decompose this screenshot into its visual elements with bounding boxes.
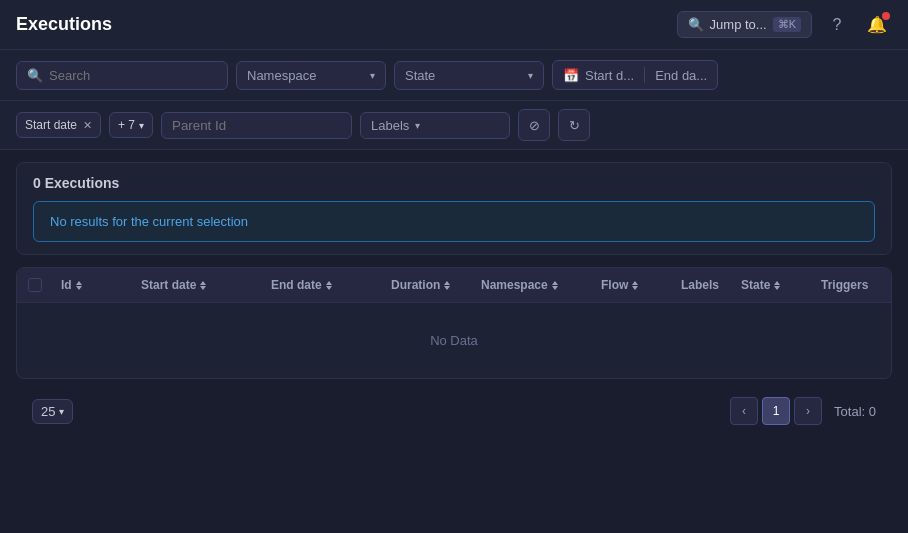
search-icon: 🔍 — [688, 17, 704, 32]
filter-row-1: 🔍 Namespace ▾ State ▾ 📅 Start d... End d… — [0, 50, 908, 101]
header: Executions 🔍 Jump to... ⌘K ? 🔔 — [0, 0, 908, 50]
next-page-button[interactable]: › — [794, 397, 822, 425]
executions-table: Id Start date End date Duration Namespac… — [16, 267, 892, 379]
date-range-filter[interactable]: 📅 Start d... End da... — [552, 60, 718, 90]
filter-row-2: Start date ✕ + 7 ▾ Labels ▾ ⊘ ↻ — [0, 101, 908, 150]
namespace-label: Namespace — [247, 68, 364, 83]
refresh-icon: ↻ — [569, 118, 580, 133]
column-header-namespace[interactable]: Namespace — [473, 268, 593, 302]
start-date-tag[interactable]: Start date ✕ — [16, 112, 101, 138]
column-header-labels: Labels — [673, 268, 733, 302]
state-label: State — [405, 68, 522, 83]
sort-icon — [552, 281, 558, 290]
prev-page-button[interactable]: ‹ — [730, 397, 758, 425]
page-controls: ‹ 1 › — [730, 397, 822, 425]
jump-to-label: Jump to... — [710, 17, 767, 32]
page-size-selector[interactable]: 25 ▾ — [32, 399, 73, 424]
column-header-triggers: Triggers — [813, 268, 892, 302]
total-count-label: Total: 0 — [834, 404, 876, 419]
search-icon: 🔍 — [27, 68, 43, 83]
filter-icon: ⊘ — [529, 118, 540, 133]
page-1-button[interactable]: 1 — [762, 397, 790, 425]
sort-icon — [444, 281, 450, 290]
select-all-checkbox-cell[interactable] — [17, 268, 53, 302]
column-header-state[interactable]: State — [733, 268, 813, 302]
chevron-down-icon: ▾ — [528, 70, 533, 81]
labels-label: Labels — [371, 118, 409, 133]
main-content: 0 Executions No results for the current … — [0, 150, 908, 443]
help-button[interactable]: ? — [822, 10, 852, 40]
chevron-down-icon: ▾ — [59, 406, 64, 417]
filter-options-button[interactable]: ⊘ — [518, 109, 550, 141]
executions-summary-panel: 0 Executions No results for the current … — [16, 162, 892, 255]
refresh-button[interactable]: ↻ — [558, 109, 590, 141]
page-size-value: 25 — [41, 404, 55, 419]
start-date-placeholder: Start d... — [585, 68, 634, 83]
jump-to-button[interactable]: 🔍 Jump to... ⌘K — [677, 11, 812, 38]
search-filter[interactable]: 🔍 — [16, 61, 228, 90]
column-header-id[interactable]: Id — [53, 268, 133, 302]
state-filter[interactable]: State ▾ — [394, 61, 544, 90]
notification-button[interactable]: 🔔 — [862, 10, 892, 40]
start-date-tag-label: Start date — [25, 118, 77, 132]
column-header-duration[interactable]: Duration — [383, 268, 473, 302]
executions-count: 0 Executions — [33, 175, 875, 191]
pagination: 25 ▾ ‹ 1 › Total: 0 — [16, 391, 892, 431]
chevron-down-icon: ▾ — [139, 120, 144, 131]
header-actions: 🔍 Jump to... ⌘K ? 🔔 — [677, 10, 892, 40]
column-header-flow[interactable]: Flow — [593, 268, 673, 302]
chevron-down-icon: ▾ — [415, 120, 420, 131]
column-header-start-date[interactable]: Start date — [133, 268, 263, 302]
chevron-down-icon: ▾ — [370, 70, 375, 81]
column-header-end-date[interactable]: End date — [263, 268, 383, 302]
page-title: Executions — [16, 14, 112, 35]
end-date-placeholder: End da... — [655, 68, 707, 83]
namespace-filter[interactable]: Namespace ▾ — [236, 61, 386, 90]
sort-icon — [774, 281, 780, 290]
notification-badge — [882, 12, 890, 20]
parent-id-input[interactable] — [172, 118, 341, 133]
more-count-label: + 7 — [118, 118, 135, 132]
more-filters-button[interactable]: + 7 ▾ — [109, 112, 153, 138]
select-all-checkbox[interactable] — [28, 278, 42, 292]
sort-icon — [632, 281, 638, 290]
sort-icon — [326, 281, 332, 290]
sort-icon — [200, 281, 206, 290]
sort-icon — [76, 281, 82, 290]
search-input[interactable] — [49, 68, 217, 83]
keyboard-shortcut: ⌘K — [773, 17, 801, 32]
remove-tag-button[interactable]: ✕ — [83, 119, 92, 132]
help-icon: ? — [833, 16, 842, 34]
calendar-icon: 📅 — [563, 68, 579, 83]
parent-id-filter[interactable] — [161, 112, 352, 139]
no-results-message: No results for the current selection — [33, 201, 875, 242]
table-header: Id Start date End date Duration Namespac… — [17, 268, 891, 303]
labels-filter[interactable]: Labels ▾ — [360, 112, 510, 139]
no-data-message: No Data — [17, 303, 891, 378]
